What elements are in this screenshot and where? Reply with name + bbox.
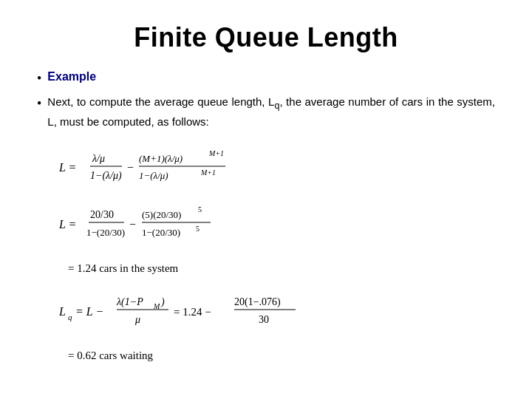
bullet-example: • Example: [37, 68, 495, 89]
svg-text:5: 5: [196, 225, 200, 233]
next-text: Next, to compute the average queue lengt…: [47, 93, 495, 131]
svg-text:λ(1−P: λ(1−P: [116, 296, 143, 308]
svg-text:1−(20/30): 1−(20/30): [142, 227, 180, 238]
svg-text:= L −: = L −: [75, 305, 103, 318]
svg-text:= 1.24 cars in the system: = 1.24 cars in the system: [68, 262, 179, 274]
svg-text:M+1: M+1: [208, 149, 224, 157]
svg-text:20/30: 20/30: [90, 209, 114, 220]
formula-L-numeric: L = 20/30 1−(20/30) − (5)(20/30) 5 1−(20…: [59, 200, 495, 251]
bullet-dot-2: •: [37, 94, 41, 114]
svg-text:20(1−.076): 20(1−.076): [234, 296, 281, 308]
formula-Lq: L q = L − λ(1−P M ) μ = 1.24 − 20(1−.076…: [59, 287, 495, 338]
formula-Lq-svg: L q = L − λ(1−P M ) μ = 1.24 − 20(1−.076…: [59, 287, 377, 335]
slide-content: • Example • Next, to compute the average…: [37, 68, 495, 377]
svg-text:= 1.24 −: = 1.24 −: [174, 306, 211, 318]
formula-Lq-result: = 0.62 cars waiting: [59, 346, 495, 367]
svg-text:λ/μ: λ/μ: [92, 153, 105, 164]
svg-text:M+1: M+1: [200, 168, 216, 177]
svg-text:−: −: [127, 161, 134, 174]
svg-text:1−(20/30): 1−(20/30): [86, 227, 125, 238]
svg-text:30: 30: [259, 314, 269, 325]
svg-text:1−(λ/μ): 1−(λ/μ): [90, 170, 122, 182]
svg-text:−: −: [129, 218, 136, 231]
svg-text:= 0.62 cars waiting: = 0.62 cars waiting: [68, 349, 154, 361]
formula-L-numeric-svg: L = 20/30 1−(20/30) − (5)(20/30) 5 1−(20…: [59, 200, 369, 248]
formula-Lq-result-svg: = 0.62 cars waiting: [59, 346, 244, 364]
formula-L-result-svg: = 1.24 cars in the system: [59, 259, 281, 277]
svg-text:L =: L =: [59, 161, 76, 174]
formula-L-result: = 1.24 cars in the system: [59, 259, 495, 280]
slide: Finite Queue Length • Example • Next, to…: [0, 0, 532, 399]
svg-text:L: L: [59, 305, 66, 318]
slide-title: Finite Queue Length: [37, 22, 495, 53]
math-block: L = λ/μ 1−(λ/μ) − (M+1)(λ/μ) M+1: [59, 146, 495, 367]
bullet-dot-1: •: [37, 69, 41, 89]
svg-text:1−(λ/μ): 1−(λ/μ): [139, 170, 168, 181]
example-label: Example: [47, 68, 96, 86]
svg-text:(M+1)(λ/μ): (M+1)(λ/μ): [139, 153, 183, 164]
svg-text:5: 5: [198, 205, 202, 214]
formula-L-general-svg: L = λ/μ 1−(λ/μ) − (M+1)(λ/μ) M+1: [59, 146, 369, 190]
formula-L-general: L = λ/μ 1−(λ/μ) − (M+1)(λ/μ) M+1: [59, 146, 495, 193]
svg-text:(5)(20/30): (5)(20/30): [142, 209, 181, 220]
svg-text:): ): [160, 296, 165, 308]
svg-text:M: M: [153, 302, 160, 310]
svg-text:μ: μ: [134, 314, 140, 325]
svg-text:L =: L =: [59, 218, 76, 231]
svg-text:q: q: [68, 313, 72, 321]
bullet-next: • Next, to compute the average queue len…: [37, 93, 495, 131]
